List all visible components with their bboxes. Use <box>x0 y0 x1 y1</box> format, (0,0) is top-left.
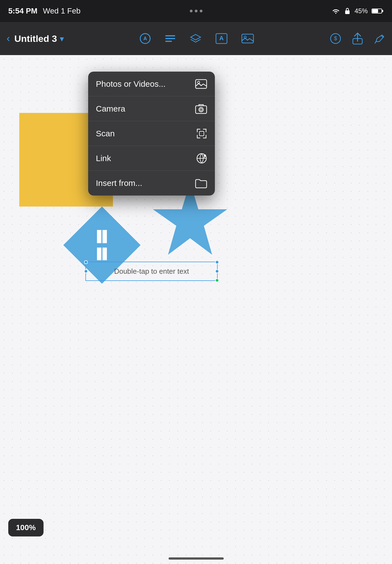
svg-point-19 <box>199 107 203 112</box>
camera-icon <box>195 104 207 114</box>
scan-icon <box>196 128 207 139</box>
svg-rect-0 <box>345 10 350 14</box>
link-icon <box>196 153 207 164</box>
dot3 <box>200 10 202 12</box>
svg-rect-2 <box>382 10 383 12</box>
lines-tool-button[interactable] <box>165 34 176 44</box>
toolbar-center: A A <box>64 33 330 44</box>
draw-tool-button[interactable]: A <box>139 33 151 44</box>
handle-top-left[interactable] <box>84 260 88 264</box>
svg-rect-7 <box>165 38 175 39</box>
svg-rect-11 <box>242 34 253 43</box>
svg-rect-21 <box>199 131 204 136</box>
svg-rect-3 <box>372 9 378 13</box>
layers-tool-button[interactable] <box>190 33 202 44</box>
toolbar-right: $ <box>330 32 385 45</box>
svg-point-23 <box>204 154 206 157</box>
svg-point-17 <box>198 81 200 83</box>
svg-text:A: A <box>144 36 147 41</box>
text-box-placeholder: Double-tap to enter text <box>114 267 189 276</box>
folder-icon <box>195 178 207 188</box>
title-chevron-icon[interactable]: ▾ <box>60 34 64 44</box>
svg-text:$: $ <box>334 35 337 41</box>
back-button[interactable]: ‹ <box>7 33 10 44</box>
photos-icon <box>195 78 207 90</box>
lock-icon <box>344 7 351 15</box>
svg-rect-16 <box>196 80 207 88</box>
share-button[interactable] <box>352 32 363 45</box>
zoom-level: 100% <box>16 523 36 532</box>
status-date: Wed 1 Feb <box>43 7 80 15</box>
media-tool-button[interactable] <box>241 33 254 44</box>
home-indicator <box>169 557 224 560</box>
document-title: Untitled 3 <box>14 33 57 44</box>
title-area: Untitled 3 ▾ <box>14 33 64 44</box>
toolbar-left: ‹ Untitled 3 ▾ <box>7 33 64 44</box>
canvas-area[interactable]: Photos or Videos... Camera <box>0 55 392 564</box>
wifi-icon <box>331 8 340 14</box>
zoom-indicator[interactable]: 100% <box>8 519 44 536</box>
status-left: 5:54 PM Wed 1 Feb <box>8 7 80 15</box>
dropdown-label-photos: Photos or Videos... <box>96 79 166 89</box>
dropdown-item-camera[interactable]: Camera <box>88 96 215 121</box>
handle-middle-right[interactable] <box>215 269 219 273</box>
handle-middle-left[interactable] <box>84 269 88 273</box>
text-box[interactable]: Double-tap to enter text <box>85 262 218 281</box>
dropdown-label-camera: Camera <box>96 104 125 113</box>
svg-rect-6 <box>165 35 175 36</box>
textbox-tool-button[interactable]: A <box>215 33 228 44</box>
dot1 <box>190 10 193 12</box>
svg-rect-8 <box>165 41 172 42</box>
blue-diamond-shape[interactable] <box>61 204 127 270</box>
handle-bottom-right[interactable] <box>215 278 219 282</box>
svg-rect-18 <box>196 106 207 113</box>
dot2 <box>195 10 198 12</box>
dropdown-label-insert-from: Insert from... <box>96 178 142 188</box>
svg-rect-31 <box>97 243 107 248</box>
dropdown-item-photos[interactable]: Photos or Videos... <box>88 72 215 96</box>
battery-level: 45% <box>355 7 368 15</box>
dropdown-item-link[interactable]: Link <box>88 146 215 171</box>
status-time: 5:54 PM <box>8 7 37 15</box>
dropdown-label-link: Link <box>96 154 111 163</box>
insert-dropdown-menu: Photos or Videos... Camera <box>88 72 215 196</box>
status-dots <box>190 10 202 12</box>
svg-point-20 <box>200 109 202 111</box>
status-bar: 5:54 PM Wed 1 Feb 45% <box>0 0 392 22</box>
subscription-button[interactable]: $ <box>330 33 341 44</box>
dropdown-label-scan: Scan <box>96 129 115 138</box>
toolbar: ‹ Untitled 3 ▾ A <box>0 22 392 55</box>
battery-icon <box>372 8 384 14</box>
status-right: 45% <box>331 7 384 15</box>
svg-text:A: A <box>220 35 224 42</box>
edit-button[interactable] <box>374 33 385 44</box>
dropdown-item-scan[interactable]: Scan <box>88 121 215 146</box>
handle-top-right[interactable] <box>215 260 219 264</box>
dropdown-item-insert-from[interactable]: Insert from... <box>88 171 215 196</box>
